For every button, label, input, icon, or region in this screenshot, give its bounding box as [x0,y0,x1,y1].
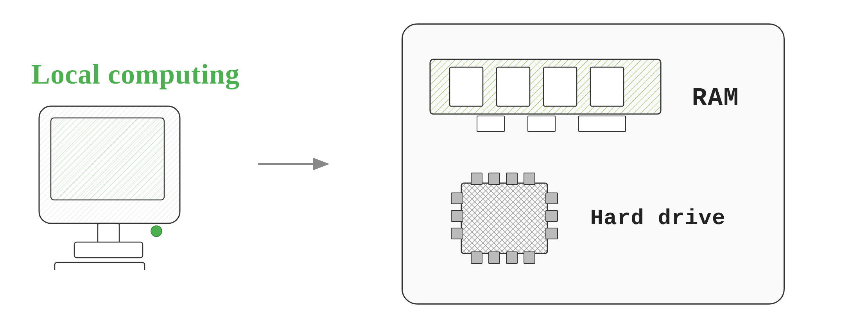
components-container: RAM [402,23,785,305]
svg-rect-27 [489,252,500,264]
svg-rect-7 [55,262,145,270]
svg-rect-35 [546,228,558,239]
computer-illustration [31,98,188,270]
svg-rect-14 [543,67,577,106]
svg-rect-28 [506,252,517,264]
svg-rect-24 [506,173,517,185]
svg-rect-30 [451,193,463,204]
main-layout: Local computing [0,0,868,328]
svg-rect-6 [74,242,143,258]
svg-rect-32 [451,228,463,239]
right-section: RAM [349,23,837,305]
svg-rect-21 [461,183,547,253]
svg-rect-22 [471,173,482,185]
svg-rect-5 [98,223,119,243]
svg-rect-33 [546,193,558,204]
page-title: Local computing [31,58,240,91]
svg-rect-34 [546,210,558,221]
left-section: Local computing [31,58,240,270]
svg-point-4 [151,226,162,237]
svg-rect-31 [451,210,463,221]
svg-rect-15 [590,67,624,106]
svg-rect-26 [471,252,482,264]
svg-rect-13 [497,67,530,106]
ram-illustration [426,55,676,141]
svg-rect-23 [489,173,500,185]
svg-rect-3 [51,118,164,200]
ram-section: RAM [426,55,760,141]
svg-rect-25 [524,173,535,185]
svg-rect-17 [528,116,555,132]
hdd-illustration [442,164,567,273]
svg-rect-12 [450,67,483,106]
hdd-label: Hard drive [590,206,726,231]
svg-rect-16 [477,116,504,132]
svg-marker-9 [313,158,330,170]
svg-rect-29 [524,252,535,264]
right-arrow-icon [255,152,334,176]
ram-label: RAM [692,84,739,112]
hdd-section: Hard drive [426,164,760,273]
svg-rect-18 [579,116,626,132]
arrow-container [240,152,349,176]
